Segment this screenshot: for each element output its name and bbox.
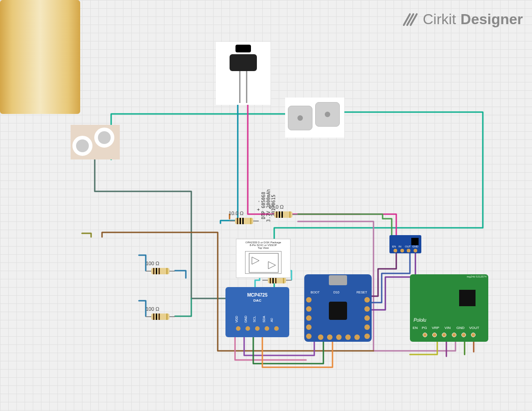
pushbutton-body <box>230 54 257 71</box>
mcu-reset-label: RESET <box>357 291 367 294</box>
regulator-partno: reg24d 0J12574 <box>467 275 486 278</box>
resistor-label: 100 Ω <box>146 306 159 312</box>
opamp-opa2333[interactable]: OPA2333 D or DGK Package 8-Pin SOIC or V… <box>236 239 291 278</box>
electrode-pads-square[interactable] <box>285 98 344 138</box>
ldo-regulator-small[interactable]: EN IN OUT GND <box>389 235 421 253</box>
ldo-pins <box>389 249 421 252</box>
resistor-100ohm-b[interactable]: 100 Ω <box>146 313 175 320</box>
pushbutton-legs <box>236 71 250 105</box>
electrode-ring-left <box>72 136 92 156</box>
pushbutton-cap <box>235 45 251 52</box>
lipo-battery[interactable]: + - DTP 605068 3.7V 2000mAh 20170615 <box>0 0 80 114</box>
resistor-label: 10.0 Ω <box>269 204 284 210</box>
regulator-pin-row <box>410 333 488 337</box>
electrode-pads-round[interactable] <box>71 125 120 159</box>
regulator-chip <box>459 290 476 306</box>
pololu-regulator[interactable]: reg24d 0J12574 Pololu EN PG VRP VIN GND … <box>410 274 488 342</box>
resistor-100ohm-a[interactable]: 100 Ω <box>146 268 175 274</box>
mcu-boot-label: BOOT <box>311 291 320 294</box>
pushbutton[interactable] <box>216 42 271 105</box>
mcu-d10-label: D10 <box>333 291 339 294</box>
resistor-label: 100 Ω <box>146 261 159 266</box>
circuit-canvas[interactable]: + - DTP 605068 3.7V 2000mAh 20170615 10.… <box>0 0 532 411</box>
electrode-pad-right <box>315 102 340 127</box>
mcu-board[interactable]: BOOT D10 RESET <box>304 274 372 342</box>
opamp-title: OPA2333 D or DGK Package 8-Pin SOIC or V… <box>236 239 290 249</box>
dac-name: MCP4725DAC <box>225 287 289 303</box>
resistor-10ohm-b[interactable]: 10.0 Ω <box>269 211 298 218</box>
electrode-pad-left <box>288 106 312 130</box>
ldo-chip <box>411 238 419 245</box>
opamp-pinout <box>245 251 281 274</box>
dac-mcp4725[interactable]: MCP4725DAC VDD GND SCL SDA A0 <box>225 287 289 337</box>
resistor-label: 10.0 Ω <box>229 211 244 216</box>
resistor-10ohm-a[interactable]: 10.0 Ω <box>230 218 259 224</box>
resistor-100ohm-c[interactable]: 100 Ω <box>262 277 292 283</box>
dac-pin-row <box>225 326 289 331</box>
svg-rect-0 <box>249 253 278 272</box>
usb-c-port <box>329 275 347 285</box>
electrode-ring-right <box>94 128 114 148</box>
regulator-brand: Pololu <box>414 318 426 323</box>
mcu-chip <box>329 302 347 320</box>
